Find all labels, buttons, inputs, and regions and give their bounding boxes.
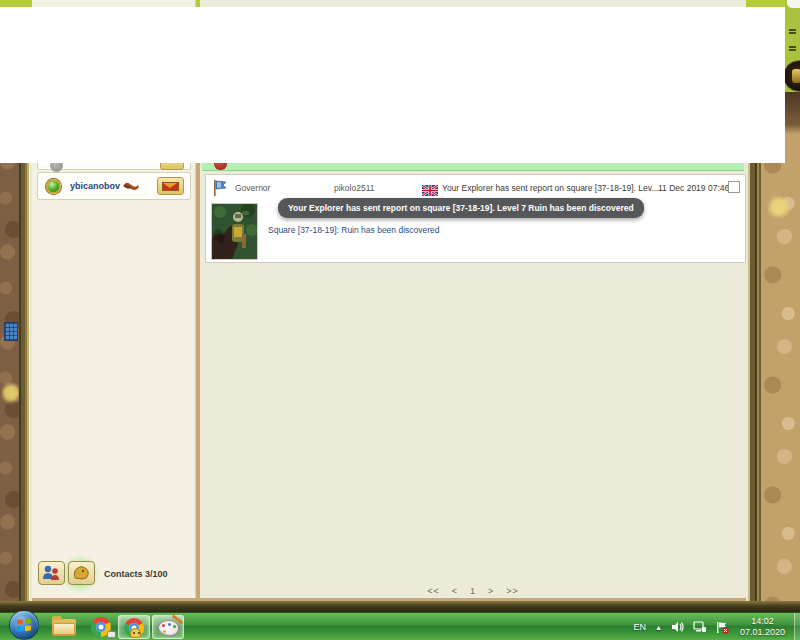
taskbar-chrome-active-button[interactable] bbox=[118, 615, 150, 639]
taskbar-explorer-button[interactable] bbox=[48, 615, 80, 639]
blank-overlay bbox=[0, 7, 785, 163]
people-icon bbox=[39, 562, 64, 584]
clock-time: 14:02 bbox=[740, 616, 785, 627]
chrome-badge-icon bbox=[107, 631, 116, 638]
clock[interactable]: 14:02 07.01.2020 bbox=[740, 616, 785, 638]
message-checkbox[interactable] bbox=[728, 181, 740, 193]
grass-tuft bbox=[766, 196, 792, 218]
folder-icon bbox=[52, 619, 76, 636]
hud-text-mark bbox=[789, 49, 796, 51]
message-card: Governor pikolo2511 Your Explorer has se… bbox=[205, 174, 746, 263]
clans-button[interactable] bbox=[68, 561, 95, 585]
start-button[interactable] bbox=[9, 610, 39, 640]
action-center-flag-icon[interactable] bbox=[716, 621, 729, 634]
gold-lion-icon bbox=[69, 562, 94, 584]
tooltip: Your Explorer has sent report on square … bbox=[278, 198, 644, 218]
message-subject: Your Explorer has sent report on square … bbox=[442, 183, 664, 193]
sender-title: Governor bbox=[235, 183, 270, 193]
message-body-text: Square [37-18-19]: Ruin has been discove… bbox=[268, 225, 440, 235]
envelope-icon bbox=[162, 182, 179, 191]
uk-flag-icon bbox=[422, 182, 438, 193]
contacts-footer: Contacts 3/100 bbox=[32, 560, 196, 590]
page-last-button[interactable]: >> bbox=[506, 586, 519, 596]
message-date: 11 Dec 2019 07:46 bbox=[658, 183, 729, 193]
network-icon[interactable] bbox=[693, 621, 707, 633]
contact-row[interactable]: ybicanobov bbox=[37, 172, 191, 200]
system-tray: EN ▲ bbox=[634, 613, 800, 640]
explorer-knight-image bbox=[211, 203, 258, 260]
sender-name: pikolo2511 bbox=[334, 183, 375, 193]
contact-name: ybicanobov bbox=[70, 181, 120, 191]
page-first-button[interactable]: << bbox=[427, 586, 440, 596]
report-flag-icon bbox=[211, 179, 229, 197]
taskbar: EN ▲ bbox=[0, 612, 800, 640]
game-screen: ybicanobov bbox=[0, 0, 800, 640]
taskbar-chrome-button[interactable] bbox=[86, 615, 118, 639]
page-prev-button[interactable]: < bbox=[452, 586, 458, 596]
hud-text-mark bbox=[789, 46, 796, 48]
volume-icon[interactable] bbox=[671, 621, 684, 633]
clock-date: 07.01.2020 bbox=[740, 627, 785, 638]
online-status-orb-icon bbox=[46, 179, 61, 194]
frame-bottom-band bbox=[0, 601, 800, 612]
hud-text-mark bbox=[789, 32, 796, 34]
emoji-overlay-icon bbox=[130, 628, 141, 638]
pagination: <<<1>>> bbox=[200, 586, 746, 596]
gold-statue-icon bbox=[792, 69, 800, 83]
hidden-icons-arrow-icon[interactable]: ▲ bbox=[655, 624, 662, 631]
show-desktop-button[interactable] bbox=[794, 613, 800, 640]
contacts-list-button[interactable] bbox=[38, 561, 65, 585]
taskbar-paint-button[interactable] bbox=[152, 615, 184, 639]
handshake-icon[interactable] bbox=[122, 179, 140, 193]
page-next-button[interactable]: > bbox=[488, 586, 494, 596]
windows-logo-icon bbox=[17, 618, 32, 632]
language-indicator[interactable]: EN bbox=[634, 622, 647, 632]
send-mail-button[interactable] bbox=[157, 177, 184, 195]
map-object-icon[interactable] bbox=[4, 322, 18, 341]
paint-palette-icon bbox=[158, 620, 179, 636]
hud-tab bbox=[787, 0, 800, 8]
page-current[interactable]: 1 bbox=[470, 586, 476, 596]
contacts-count-label: Contacts 3/100 bbox=[104, 569, 168, 579]
hud-circle-button[interactable] bbox=[783, 58, 800, 96]
paint-brush-icon bbox=[171, 614, 183, 624]
grass-tuft bbox=[2, 380, 20, 406]
hud-text-mark bbox=[789, 29, 796, 31]
